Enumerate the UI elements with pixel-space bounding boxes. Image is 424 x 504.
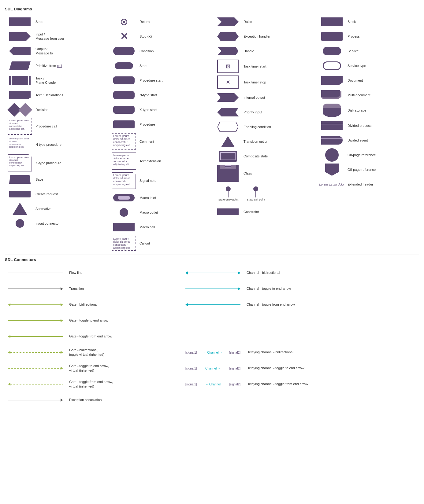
offpage-ref-label: Off-page reference: [346, 167, 420, 172]
condition-shape: [113, 47, 135, 55]
exception-assoc-arrow: [61, 399, 63, 402]
gate-toggle-end-body: [8, 320, 61, 321]
shape-state: [6, 17, 34, 26]
shape-row-class: Class: [213, 164, 317, 183]
exception-assoc-shape: [8, 399, 63, 402]
gate-toggle-end-label: Gate - toggle to end arrow: [66, 318, 176, 323]
shape-row-decision: Decision: [5, 102, 109, 117]
shape-ntype-start-c: [110, 91, 138, 99]
shape-row-disk: Disk storage: [317, 102, 421, 118]
shape-row-start: Start: [109, 58, 213, 73]
channel-toggle-end-body: [185, 289, 238, 289]
shape-row-composite: Composite state: [213, 149, 317, 164]
shape-raise-c: [214, 17, 242, 26]
gate-bidir-arrow-left: [8, 303, 10, 306]
gate-toggle-end-virtual-arrow: [61, 367, 63, 370]
inout-label: In/out connector: [34, 221, 108, 226]
delaying-toggle-end-channel-text: Channel →: [205, 367, 221, 370]
shape-row-signal-note: Lorem ipsum dolor sit amet, consectetur …: [109, 171, 213, 190]
gate-toggle-end-virtual-body: [8, 368, 61, 369]
shape-divided-event-c: [318, 136, 346, 145]
shape-class-c: [214, 165, 242, 182]
shape-row-service-type: Service type: [317, 58, 421, 73]
shape-signal-note-c: Lorem ipsum dolor sit amet, consectetur …: [110, 172, 138, 189]
composite-label: Composite state: [242, 154, 316, 158]
shape-proc-start-c: [110, 76, 138, 84]
macro-inlet-label: Macro inlet: [138, 196, 212, 200]
stop-shape: ✕: [120, 31, 128, 41]
shape-create: [6, 191, 34, 197]
output-shape: [9, 47, 31, 55]
connector-channel-toggle-from: Channel - toggle from end arrow: [182, 297, 354, 313]
disk-shape: [323, 104, 341, 117]
entry-circle: [226, 186, 231, 191]
gate-bidir-virtual-arrow-right: [61, 351, 63, 354]
raise-label: Raise: [242, 20, 316, 24]
shape-block-c: [318, 17, 346, 26]
gate-toggle-from-label: Gate - toggle from end arrow: [66, 334, 176, 339]
ntype-proc-shape: Lorem ipsum dolor sit amet, consectetur …: [8, 136, 32, 153]
service-type-label: Service type: [346, 64, 420, 68]
flow-line-visual: [5, 273, 66, 273]
start-shape: [115, 62, 133, 69]
delaying-toggle-from-signal1: [signal1]: [185, 383, 197, 386]
gate-toggle-end-virtual-shape: [8, 367, 63, 370]
delaying-toggle-end-label: Delaying channel - toggle to end arrow: [244, 366, 354, 370]
shape-row-comment: Lorem ipsum dolor sit amet, consectetur …: [109, 132, 213, 151]
connector-delaying-bidir: [signal1] ← Channel → [signal2] Delaying…: [182, 344, 354, 360]
condition-label: Condition: [138, 49, 212, 53]
shape-row-input: Input /Message from user: [5, 29, 109, 44]
document-shape: [321, 76, 343, 85]
shape-multi-doc-c: [318, 90, 346, 100]
shape-document-c: [318, 76, 346, 85]
gate-bidir-virtual-body: [10, 352, 61, 353]
task-shape: [9, 76, 31, 85]
decision-label: Decision: [34, 108, 108, 112]
gate-toggle-end-arrow: [61, 319, 63, 322]
shape-row-condition: Condition: [109, 44, 213, 58]
ntype-start-label: N-type start: [138, 93, 212, 97]
shape-row-constraint: Constraint: [213, 204, 317, 219]
shape-row-callout: Lorem ipsum dolor sit amet, consectetur …: [109, 234, 213, 252]
shape-decision: [6, 105, 34, 115]
raise-shape: [217, 17, 239, 26]
flow-line-shape: [8, 273, 63, 273]
shape-row-timer-start: ⊠ Task timer start: [213, 58, 317, 74]
connector-gate-bidir: Gate - bidirectional: [5, 297, 176, 313]
gate-toggle-end-visual: [5, 319, 66, 322]
service-type-shape: [323, 61, 341, 70]
channel-toggle-from-visual: [182, 303, 244, 306]
shape-stop-c: ✕: [110, 31, 138, 41]
exc-handler-label: Exception handler: [242, 34, 316, 39]
proc-start-shape: [113, 76, 135, 84]
comment-label: Comment: [138, 139, 212, 144]
shape-composite-c: [214, 151, 242, 162]
macro-inlet-shape: [113, 194, 135, 201]
channel-toggle-end-visual: [182, 287, 244, 290]
class-label: Class: [242, 171, 316, 175]
enabling-shape: [218, 121, 238, 132]
shape-constraint-c: [214, 208, 242, 215]
shape-comment-c: Lorem ipsum dolor sit amet, consectetur …: [110, 133, 138, 150]
delaying-toggle-from-shape: [signal1] ← Channel [signal2]: [185, 383, 240, 386]
connector-channel-toggle-end: Channel - toggle to end arrow: [182, 281, 354, 297]
transition-arrow: [61, 287, 63, 290]
timer-start-label: Task timer start: [242, 64, 316, 68]
timer-start-x: ⊠: [226, 63, 230, 70]
gate-toggle-from-visual: [5, 335, 66, 338]
shape-timer-start-c: ⊠: [214, 60, 242, 73]
shape-row-state: State: [5, 14, 109, 29]
offpage-ref-shape: [325, 164, 339, 176]
shape-row-timer-stop: ✕ Task timer stop: [213, 74, 317, 90]
shape-row-priority-input: Priority input: [213, 105, 317, 120]
shape-row-divided-process: Divided process: [317, 118, 421, 133]
process-shape: [321, 32, 343, 41]
sdl-diagrams-title: SDL Diagrams: [5, 7, 419, 11]
timer-stop-shape: ✕: [217, 75, 239, 89]
handle-shape: [217, 47, 239, 55]
class-shape: [217, 165, 239, 182]
shape-service-type-c: [318, 61, 346, 70]
multi-doc-label: Multi document: [346, 93, 420, 97]
shape-inout: [6, 219, 34, 228]
proc-call-shape: Lorem ipsum dolor sit amet, consectetur …: [8, 118, 32, 135]
